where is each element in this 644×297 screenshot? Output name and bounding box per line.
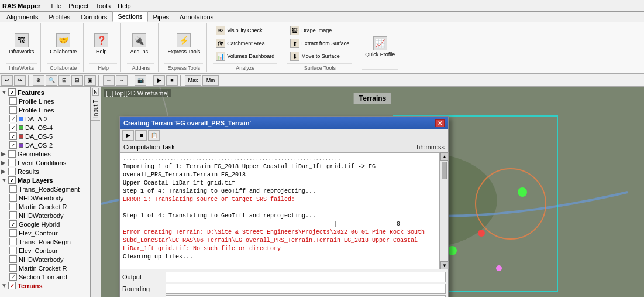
- input-terrain-label: Input T: [91, 97, 100, 121]
- volumes-dashboard-btn[interactable]: 📊 Volumes Dashboard: [213, 50, 277, 62]
- collaborate-btn[interactable]: 🤝 Collaborate: [47, 32, 80, 56]
- scrollbar-down[interactable]: ▼: [440, 261, 449, 269]
- elev-contour-1[interactable]: Elev_Contour: [1, 228, 89, 237]
- da-os5[interactable]: DA_OS-5: [1, 132, 89, 141]
- rounding-input[interactable]: [166, 284, 446, 294]
- visibility-check-btn[interactable]: 👁 Visibility Check: [213, 25, 265, 36]
- express-btn[interactable]: ⚡ Express Tools: [164, 32, 203, 56]
- infraworks-btn[interactable]: 🏗 InfraWorks: [6, 32, 37, 56]
- scrollbar-track[interactable]: [440, 161, 448, 261]
- tab-corridors[interactable]: Corridors: [75, 12, 112, 22]
- martin-2-checkbox[interactable]: [9, 264, 17, 272]
- map-layers-checkbox[interactable]: [8, 176, 16, 184]
- terrains-label: Terrains: [18, 282, 43, 289]
- tab-annotations[interactable]: Annotations: [174, 12, 219, 22]
- toolbar-redo[interactable]: ↪: [14, 75, 26, 86]
- trans-road-seg[interactable]: Trans_RoadSegment: [1, 185, 89, 193]
- da-a2[interactable]: DA_A-2: [1, 114, 89, 123]
- tab-sections[interactable]: Sections: [112, 11, 147, 22]
- martin-crocket-1[interactable]: Martin Crocket R: [1, 202, 89, 211]
- nhd-3-checkbox[interactable]: [9, 255, 17, 263]
- dialog-tb-1[interactable]: ▶: [122, 130, 134, 141]
- martin-crocket-2[interactable]: Martin Crocket R: [1, 264, 89, 272]
- nhd-2-checkbox[interactable]: [9, 211, 17, 219]
- menu-file[interactable]: File: [47, 1, 65, 11]
- da-os4-checkbox[interactable]: [9, 124, 17, 131]
- tab-pipes[interactable]: Pipes: [148, 12, 175, 22]
- da-os4[interactable]: DA_OS-4: [1, 123, 89, 132]
- toolbar-grid-plus[interactable]: ⊞: [58, 75, 70, 86]
- log-area[interactable]: ........................................…: [120, 152, 440, 269]
- nhd-waterbody-1[interactable]: NHDWaterbody: [1, 193, 89, 202]
- extract-surface-btn[interactable]: ⬆ Extract from Surface: [287, 37, 352, 49]
- dialog-tb-2[interactable]: ⏹: [135, 130, 147, 141]
- toolbar-back[interactable]: ←: [103, 75, 115, 86]
- profile-lines-1[interactable]: Profile Lines: [1, 97, 89, 105]
- log-line-7: | 0: [123, 220, 437, 228]
- terrains-checkbox[interactable]: [8, 282, 16, 289]
- scrollbar-up[interactable]: ▲: [440, 152, 449, 161]
- trans-road-checkbox[interactable]: [9, 185, 17, 193]
- trans-road-segm[interactable]: Trans_RoadSegm: [1, 237, 89, 246]
- trans-segm-checkbox[interactable]: [9, 238, 17, 245]
- toolbar-zoom-in[interactable]: ⊕: [33, 75, 44, 86]
- geometries-checkbox[interactable]: [8, 150, 16, 158]
- profile-lines-1-checkbox[interactable]: [9, 97, 17, 105]
- event-cond-checkbox[interactable]: [8, 159, 16, 166]
- output-input[interactable]: [166, 272, 446, 282]
- elev-2-checkbox[interactable]: [9, 247, 17, 254]
- dialog-tb-3[interactable]: 📋: [148, 130, 160, 141]
- profile-lines-2[interactable]: Profile Lines: [1, 105, 89, 114]
- toolbar-play[interactable]: ▶: [153, 75, 165, 86]
- map-layers-section[interactable]: ▼ Map Layers: [1, 176, 89, 185]
- addins-btn[interactable]: 🔌 Add-ins: [127, 32, 151, 56]
- terrains-section[interactable]: ▼ Terrains: [1, 281, 89, 290]
- toolbar-stop[interactable]: ■: [166, 75, 178, 86]
- toolbar-max[interactable]: Max: [185, 75, 201, 86]
- da-os2-checkbox[interactable]: [9, 141, 17, 149]
- infraworks-group-label: InfraWorks: [6, 63, 37, 71]
- toolbar-undo[interactable]: ↩: [1, 75, 13, 86]
- move-to-surface-btn[interactable]: ⬇ Move to Surface: [287, 50, 343, 62]
- nhd-waterbody-3[interactable]: NHDWaterbody: [1, 255, 89, 264]
- menu-help[interactable]: Help: [114, 1, 135, 11]
- toolbar-forward[interactable]: →: [116, 75, 128, 86]
- google-hybrid[interactable]: Google Hybrid: [1, 220, 89, 228]
- tab-alignments[interactable]: Alignments: [1, 12, 43, 22]
- nhd-waterbody-2[interactable]: NHDWaterbody: [1, 211, 89, 220]
- help-btn[interactable]: ❓ Help: [89, 32, 113, 56]
- toolbar-search[interactable]: 🔍: [46, 75, 57, 86]
- new-btn[interactable]: N: [92, 88, 99, 96]
- section-1-on-and[interactable]: Section 1 on and: [1, 272, 89, 281]
- features-checkbox[interactable]: [8, 88, 16, 96]
- results-checkbox[interactable]: [8, 168, 16, 175]
- toolbar-grid-minus[interactable]: ⊟: [71, 75, 83, 86]
- features-section[interactable]: ▼ Features: [1, 88, 89, 97]
- martin-1-checkbox[interactable]: [9, 203, 17, 210]
- quick-profile-btn[interactable]: 📈 Quick Profile: [362, 35, 398, 59]
- trans-segm-label: Trans_RoadSegm: [19, 238, 71, 245]
- profile-lines-2-checkbox[interactable]: [9, 106, 17, 114]
- results-section[interactable]: ▶ Results: [1, 167, 89, 176]
- elev-contour-2[interactable]: Elev_Contour: [1, 246, 89, 255]
- event-conditions-section[interactable]: ▶ Event Conditions: [1, 158, 89, 167]
- toolbar-camera[interactable]: 📷: [135, 75, 146, 86]
- menu-project[interactable]: Project: [65, 1, 92, 11]
- elev-1-checkbox[interactable]: [9, 229, 17, 237]
- log-scrollbar[interactable]: ▲ ▼: [440, 152, 448, 269]
- tab-profiles[interactable]: Profiles: [43, 12, 75, 22]
- da-os5-checkbox[interactable]: [9, 132, 17, 140]
- scrollbar-thumb[interactable]: [442, 162, 447, 179]
- geometries-section[interactable]: ▶ Geometries: [1, 149, 89, 158]
- dialog-close-btn[interactable]: ✕: [435, 119, 445, 127]
- da-os2[interactable]: DA_OS-2: [1, 141, 89, 149]
- menu-tools[interactable]: Tools: [92, 1, 114, 11]
- toolbar-select[interactable]: ▣: [84, 75, 96, 86]
- section-1-checkbox[interactable]: [9, 273, 17, 281]
- google-hybrid-checkbox[interactable]: [9, 220, 17, 228]
- da-a2-checkbox[interactable]: [9, 115, 17, 122]
- catchment-area-btn[interactable]: 🗺 Catchment Area: [213, 37, 268, 49]
- nhd-1-checkbox[interactable]: [9, 194, 17, 202]
- toolbar-min[interactable]: Min: [202, 75, 219, 86]
- drape-image-btn[interactable]: 🖼 Drape Image: [287, 25, 335, 36]
